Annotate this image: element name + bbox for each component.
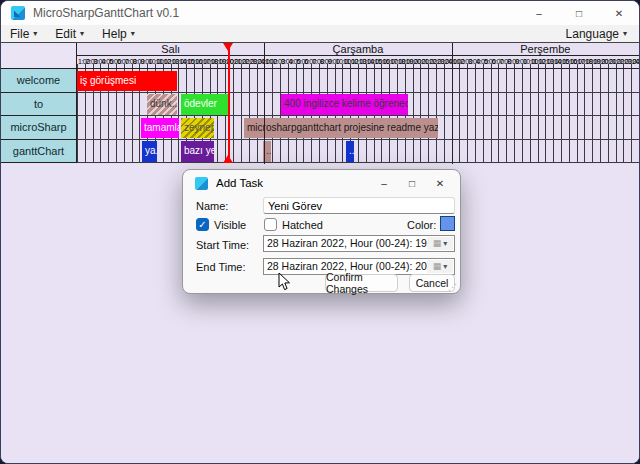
visible-checkbox[interactable]: ✓ [196,218,209,231]
resize-grip-icon[interactable]: ⋰ [448,282,457,292]
title-bar: MicroSharpGanttChart v0.1 – □ ✕ [1,1,639,25]
row-header-microSharp: microSharp [1,116,77,140]
chevron-down-icon: ▾ [443,259,447,274]
day-header: Çarşamba [264,43,451,56]
app-window: MicroSharpGanttChart v0.1 – □ ✕ File▾Edi… [0,0,640,464]
close-icon[interactable]: ✕ [599,1,639,25]
menu-help[interactable]: Help▾ [93,25,144,42]
gantt-hour-row: 1:002:003:004:005:006:007:008:009:0010:0… [77,57,640,69]
menu-label: File [10,27,29,41]
dialog-close-icon[interactable]: ✕ [426,170,454,196]
menu-label: Help [102,27,127,41]
start-time-picker[interactable]: 28 Haziran 2022, Hour (00-24): 19 ▦ ▾ [263,235,455,252]
dialog-maximize-icon[interactable]: □ [398,170,426,196]
chevron-down-icon: ▾ [623,29,627,38]
row-header-welcome: welcome [1,69,77,93]
menu-edit[interactable]: Edit▾ [46,25,93,42]
menu-items: File▾Edit▾Help▾ [1,25,144,42]
chevron-down-icon: ▾ [131,29,135,38]
row-header-ganttChart: ganttChart [1,140,77,164]
day-header: Perşembe [452,43,639,56]
chevron-down-icon: ▾ [33,29,37,38]
calendar-icon: ▦ [433,236,442,251]
hatched-checkbox[interactable] [264,218,277,231]
menu-language[interactable]: Language ▾ [560,25,633,42]
end-time-label: End Time: [196,261,246,273]
time-marker-line[interactable] [228,43,230,163]
chevron-down-icon: ▾ [80,29,84,38]
time-marker-bottom-icon[interactable] [223,155,233,163]
gantt-chart: SalıÇarşambaPerşembe 1:002:003:004:005:0… [1,42,640,165]
day-separator [452,43,453,164]
start-time-label: Start Time: [196,239,249,251]
dialog-title-bar[interactable]: Add Task – □ ✕ [183,170,460,196]
day-separator [264,43,265,164]
minimize-icon[interactable]: – [519,1,559,25]
color-label: Color: [407,219,436,231]
visible-label: Visible [214,219,246,231]
confirm-changes-button[interactable]: Confirm Changes [325,274,398,292]
gantt-canvas: iş görüşmesidünk..ödevler400 ingilizce k… [77,69,640,163]
check-icon: ✓ [198,219,206,230]
gantt-row-headers: welcometomicroSharpganttChart [1,69,77,163]
start-time-dropdown-button[interactable]: ▦ ▾ [427,237,453,250]
day-header: Salı [77,43,264,56]
name-input[interactable] [263,197,455,214]
app-icon [11,6,25,20]
dialog-window-controls: – □ ✕ [370,170,454,196]
task-bar[interactable]: bazı yer.. [181,141,214,162]
color-swatch[interactable] [440,216,455,231]
gantt-corner-cell [1,43,77,69]
add-task-dialog: Add Task – □ ✕ Name: ✓ Visible Hatched C… [182,169,461,294]
time-marker-top-icon[interactable] [223,43,233,51]
chevron-down-icon: ▾ [443,236,447,251]
row-header-to: to [1,93,77,117]
hatched-label: Hatched [282,219,323,231]
task-bar[interactable]: tamamla. [141,118,179,139]
menu-language-label: Language [566,27,619,41]
task-bar[interactable]: dünk.. [147,94,177,115]
dialog-minimize-icon[interactable]: – [370,170,398,196]
task-bar[interactable]: 400 ingilizce kelime öğreneceğim [281,94,408,115]
gantt-day-row: SalıÇarşambaPerşembe [77,43,640,57]
task-bar[interactable]: iş görüşmesi [77,71,177,92]
mouse-cursor [278,272,292,292]
end-time-dropdown-button[interactable]: ▦ ▾ [427,260,453,273]
start-time-value: 28 Haziran 2022, Hour (00-24): 19 [267,237,427,249]
hour-tick-label: 24:00 [632,58,640,65]
calendar-icon: ▦ [433,259,442,274]
task-bar[interactable]: .. [346,141,354,162]
task-bar[interactable]: microsharpganttchart projesine readme ya… [244,118,438,139]
dialog-title: Add Task [216,177,263,189]
window-title: MicroSharpGanttChart v0.1 [33,6,179,20]
maximize-icon[interactable]: □ [559,1,599,25]
window-controls: – □ ✕ [519,1,639,25]
menu-label: Edit [55,27,76,41]
name-label: Name: [196,200,228,212]
menu-file[interactable]: File▾ [1,25,46,42]
menu-bar: File▾Edit▾Help▾ Language ▾ [1,25,639,43]
task-bar[interactable]: ödevler [181,94,228,115]
dialog-app-icon [195,177,208,190]
task-bar[interactable]: ya.. [142,141,157,162]
task-bar[interactable]: zeynep'.. [181,118,214,139]
